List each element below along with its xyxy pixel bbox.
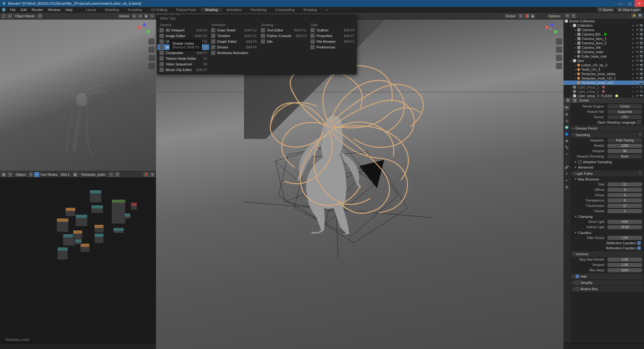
mode-dropdown-icon[interactable]: ▾: [7, 14, 12, 19]
scene-icon[interactable]: ⧉: [572, 98, 577, 103]
particle-tab-icon[interactable]: ✴: [564, 151, 570, 157]
outliner-row[interactable]: ▸Tentacles_outer_sd3▸👁📷: [564, 80, 644, 85]
outliner-row[interactable]: ▸Camera_main▸👁📷: [564, 50, 644, 54]
filter-glossy[interactable]: 1.00: [608, 236, 642, 240]
sampling-panel[interactable]: ▾Sampling⠿: [571, 132, 643, 138]
workspace-tab-layout[interactable]: Layout: [81, 8, 101, 12]
zoom-icon[interactable]: [556, 38, 562, 45]
options-button[interactable]: Options: [547, 14, 562, 18]
outliner-row[interactable]: ▸Tentacles_inner_UV_1▸👁📷: [564, 76, 644, 80]
expand-icon[interactable]: ▸: [570, 86, 572, 89]
max-steps[interactable]: 1024: [608, 268, 642, 272]
material-icon[interactable]: ◉: [73, 172, 78, 177]
editor-type-item[interactable]: Text EditorShift F11: [259, 27, 308, 33]
step-rate[interactable]: 1.00: [608, 258, 642, 262]
expand-icon[interactable]: ▸: [575, 42, 576, 45]
scene-selector[interactable]: ⧉Scene: [597, 7, 614, 12]
constraint-tab-icon[interactable]: 🔗: [564, 164, 570, 170]
shader-node[interactable]: [131, 202, 137, 210]
editor-type-icon[interactable]: ◉: [1, 172, 6, 177]
expand-icon[interactable]: ▸: [575, 81, 576, 84]
workspace-tab-sculpting[interactable]: Sculpting: [123, 8, 146, 12]
outliner-row[interactable]: ▸Camera.001▸👁📷: [564, 32, 644, 36]
hair-panel[interactable]: ▸Hair: [571, 274, 643, 279]
restrict-render-icon[interactable]: 📷: [640, 64, 643, 67]
outliner-row[interactable]: ▸Camera_face_1▸👁📷: [564, 36, 644, 41]
shader-node[interactable]: [75, 214, 87, 226]
restrict-select-icon[interactable]: ▸: [631, 42, 635, 45]
restrict-render-icon[interactable]: 📷: [640, 72, 643, 75]
viewport-left[interactable]: [0, 19, 156, 171]
gizmo-y-axis-icon[interactable]: [147, 30, 150, 33]
move-icon[interactable]: [148, 47, 155, 53]
material-name[interactable]: Tentacles_outer: [79, 172, 107, 177]
restrict-select-icon[interactable]: ▸: [631, 81, 635, 84]
editor-type-item[interactable]: Image EditorShift F10: [158, 33, 209, 39]
pin-icon[interactable]: 📌: [143, 172, 148, 177]
restrict-view-icon[interactable]: 👁: [636, 24, 639, 27]
device-select[interactable]: CPU: [608, 115, 642, 119]
shader-node[interactable]: [80, 243, 90, 252]
camera-view-icon[interactable]: [556, 55, 562, 61]
editor-type-item[interactable]: DriversShift F6: [209, 44, 259, 50]
restrict-view-icon[interactable]: 👁: [636, 94, 639, 97]
filter-icon[interactable]: ⚡: [631, 13, 636, 18]
world-tab-icon[interactable]: 🔵: [564, 131, 570, 137]
editor-type-item[interactable]: TimelineShift F12: [209, 33, 259, 39]
expand-icon[interactable]: ▸: [575, 73, 576, 75]
restrict-view-icon[interactable]: 👁: [636, 46, 639, 49]
gizmo-z-axis-icon[interactable]: [550, 23, 553, 26]
menu-help[interactable]: Help: [63, 8, 75, 12]
restrict-view-icon[interactable]: 👁: [636, 86, 639, 89]
snap-icon[interactable]: ⊙: [132, 14, 137, 19]
expand-icon[interactable]: ▸: [570, 90, 572, 93]
editor-type-item[interactable]: Info: [259, 39, 308, 44]
grease-pencil-panel[interactable]: ▸Grease Pencil: [571, 125, 643, 131]
editor-type-item[interactable]: PropertiesShift F7: [308, 33, 356, 39]
properties-body[interactable]: Render Engine:Cycles Feature Set:Support…: [570, 103, 644, 343]
restrict-render-icon[interactable]: 📷: [640, 94, 643, 97]
indirect-clamp[interactable]: 10.00: [608, 225, 642, 229]
shader-node[interactable]: [57, 218, 69, 232]
clamping-label[interactable]: Clamping: [578, 215, 592, 219]
prop-edit-icon[interactable]: ◉: [530, 14, 535, 19]
viewport-step[interactable]: 1.00: [608, 263, 642, 267]
expand-icon[interactable]: ▸: [575, 46, 576, 49]
transparency-bounces[interactable]: 8: [608, 198, 642, 202]
menu-edit[interactable]: Edit: [18, 8, 29, 12]
shader-node[interactable]: [57, 247, 68, 260]
diffuse-bounces[interactable]: 4: [608, 188, 642, 192]
workspace-tab-uv[interactable]: UV Editing: [146, 8, 171, 12]
pin-icon[interactable]: ▾: [29, 172, 33, 177]
orientation-selector[interactable]: Global: [117, 14, 131, 18]
restrict-render-icon[interactable]: 📷: [640, 81, 643, 84]
restrict-select-icon[interactable]: ▸: [631, 86, 635, 89]
persp-ortho-icon[interactable]: [556, 63, 562, 69]
mode-selector[interactable]: Object Mode: [13, 14, 36, 18]
feature-set-select[interactable]: Supported: [608, 110, 642, 114]
move-icon[interactable]: [556, 47, 562, 53]
hair-check[interactable]: [575, 274, 579, 278]
restrict-render-icon[interactable]: 📷: [640, 42, 643, 45]
restrict-view-icon[interactable]: 👁: [636, 28, 639, 31]
restrict-render-icon[interactable]: 📷: [640, 24, 643, 27]
editor-type-item[interactable]: OutlinerShift F9: [308, 27, 356, 33]
expand-icon[interactable]: ▸: [575, 55, 576, 58]
expand-icon[interactable]: ▸: [575, 77, 576, 80]
restrict-view-icon[interactable]: 👁: [636, 37, 639, 40]
transmission-bounces[interactable]: 12: [608, 204, 642, 208]
outliner-row[interactable]: ▸Tentacles_inner_blobs▸👁📷: [564, 72, 644, 76]
editor-type-item[interactable]: File BrowserShift F1: [308, 39, 356, 44]
restrict-select-icon[interactable]: ▸: [631, 24, 635, 27]
shader-node[interactable]: [90, 190, 102, 202]
persp-ortho-icon[interactable]: [148, 63, 155, 69]
material-datablock-icon[interactable]: ○: [108, 172, 114, 177]
shader-arrow-icon[interactable]: ◂: [150, 172, 155, 177]
menu-icon[interactable]: ☰: [37, 14, 42, 19]
restrict-view-icon[interactable]: 👁: [636, 81, 639, 84]
workspace-tab-animation[interactable]: Animation: [222, 8, 246, 12]
search-icon[interactable]: 🔍: [638, 13, 643, 18]
pivot-icon[interactable]: ⊙: [518, 14, 523, 19]
render-engine-select[interactable]: Cycles: [608, 104, 642, 108]
gizmo-x-axis-icon[interactable]: [138, 26, 141, 29]
